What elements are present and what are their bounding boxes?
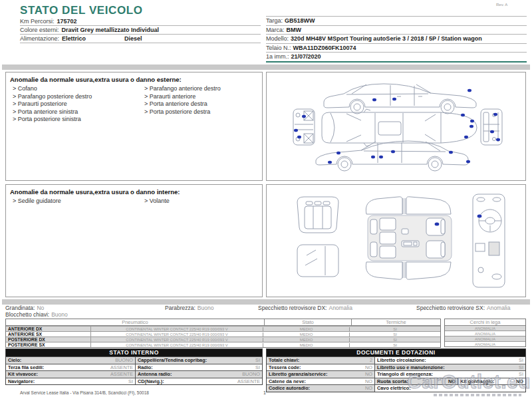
anomaly-column-1: > Cofano > Parafango posteriore destro >… — [13, 85, 140, 124]
damage-marker — [328, 161, 332, 164]
tire-row: POSTERIORE DX CONTINENTAL WINTER CONTACT… — [6, 336, 440, 342]
row-label: Ruota scorta: — [377, 378, 408, 384]
vehicle-info-left: Km Percorsi: 175702 Colore esterni: Drav… — [20, 17, 261, 43]
info-value: GB518WW — [285, 17, 315, 24]
info-value: 175702 — [57, 18, 77, 25]
row-label: Cappelliera/Tendina copribag: — [138, 357, 207, 363]
alloy-row: ANOMALIA — [445, 331, 525, 336]
condition-item-grandinata: Grandinata:No — [5, 305, 44, 311]
trunk-view — [297, 245, 338, 277]
row-label: Terza fila sedili: — [8, 364, 44, 370]
tire-state: MEDIO — [263, 327, 350, 331]
damage-marker — [467, 89, 471, 92]
tire-position: POSTERIORE SX — [6, 342, 91, 347]
tire-state: MEDIO — [263, 332, 350, 336]
row-label: CD(Navig.): — [138, 378, 164, 384]
anomaly-item: > Paraurti posteriore — [13, 100, 140, 108]
damage-marker — [490, 130, 494, 134]
row-label: Libretto garanzia/service: — [269, 371, 327, 377]
table-row: Codice autoradio:NO Cavo elettrico: — [267, 384, 525, 392]
anomaly-item: > Paraurti anteriore — [144, 93, 221, 101]
alloy-wheels-table: Cerchi in lega ANOMALIA ANOMALIA ANOMALI… — [444, 319, 526, 347]
alloy-state: ANOMALIA — [445, 337, 525, 341]
vehicle-info-right: Targa:GB518WW Marca:BMW Modello:320d MH4… — [266, 16, 527, 63]
row-value: SI — [255, 364, 260, 370]
anomaly-item: > Porta anteriore sinistra — [13, 108, 140, 116]
tire-state: MEDIO — [263, 338, 350, 342]
damage-marker — [372, 98, 376, 102]
condition-value: Buono — [198, 305, 214, 311]
table-row: Navigatore:SI CD(Navig.):ASSENTE — [6, 378, 262, 385]
row-label: Tessera code: — [269, 364, 301, 370]
row-value: SI — [128, 378, 133, 384]
col-header-stato: Stato — [265, 319, 352, 325]
section-divider-bar — [2, 65, 530, 70]
info-row-brand: Marca:BMW — [266, 26, 527, 35]
row-value: ASSENTE — [237, 378, 260, 384]
condition-item-blocchetto: Blocchetto chiavi:Buono — [5, 311, 68, 318]
info-label: Marca: — [266, 27, 285, 33]
page-number: 1 — [263, 390, 266, 395]
row-value: 2 — [370, 357, 372, 363]
info-label: 1a imm.: — [266, 53, 289, 60]
row-value: ASSENTE — [110, 371, 133, 377]
exterior-diagram-panel — [266, 72, 526, 181]
info-row-model: Modello:320d MH48V MSport Touring autoSe… — [266, 35, 527, 44]
damage-marker — [379, 156, 383, 159]
tire-row: ANTERIORE DX CONTINENTAL WINTER CONTACT … — [6, 326, 440, 331]
row-label: Catene da neve: — [269, 378, 306, 384]
col-header-cerchi: Cerchi in lega — [445, 319, 525, 326]
rear-seats-view — [297, 197, 338, 233]
damage-marker — [464, 136, 468, 139]
car-side-view-right — [324, 84, 476, 114]
info-row-plate: Targa:GB518WW — [266, 17, 527, 26]
condition-value: No — [37, 305, 44, 311]
vehicle-report-page: STATO DEL VEICOLO Rev. A Km Percorsi: 17… — [0, 0, 532, 399]
info-label: Alimentazione: — [20, 35, 59, 42]
row-label: Kit gonfiaggio: — [460, 378, 494, 384]
tire-spec: CONTINENTAL WINTER CONTACT 225/40 R19 00… — [91, 327, 263, 331]
info-row-km: Km Percorsi: 175702 — [20, 17, 261, 26]
table-title: DOCUMENTI E DOTAZIONI — [267, 349, 525, 356]
anomaly-item: > Parafango posteriore destro — [13, 93, 140, 101]
tire-winter: SI — [350, 327, 440, 331]
interior-anomalies-panel: Anomalie da normale usura,extra usura o … — [5, 184, 263, 297]
row-label: Triangolo di emergenza: — [377, 371, 433, 377]
tire-position: ANTERIORE DX — [6, 327, 91, 331]
interior-damage-diagram — [267, 185, 525, 297]
anomaly-item: > Sedile guidatore — [13, 198, 140, 205]
tire-position: ANTERIORE SX — [6, 332, 91, 336]
table-title: STATO INTERNO — [6, 349, 262, 356]
car-plan-view — [322, 109, 477, 146]
exterior-anomalies-panel: Anomalie da normale usura,extra usura o … — [5, 72, 263, 181]
info-value: WBA11DZ060FK10074 — [293, 45, 356, 51]
exterior-damage-diagram — [267, 72, 525, 180]
car-front-view — [293, 109, 315, 145]
col-header-termiche: Termiche — [352, 319, 440, 325]
info-label: Colore esterni: — [20, 27, 59, 33]
info-row-fuel: Alimentazione: Elettrico Diesel — [20, 35, 261, 43]
info-label: Telaio N.: — [266, 45, 291, 51]
tire-row: ANTERIORE SX CONTINENTAL WINTER CONTACT … — [6, 331, 440, 336]
panel-title: Anomalie da normale usura,extra usura o … — [6, 72, 262, 85]
condition-label: Specchietto retrovisore SX: — [416, 305, 485, 311]
table-row: Libretto garanzia/service:NO Triangolo d… — [267, 370, 525, 378]
damage-marker — [466, 160, 470, 164]
tire-spec: CONTINENTAL WINTER CONTACT 225/40 R19 00… — [91, 338, 263, 342]
info-row-vin: Telaio N.:WBA11DZ060FK10074 — [266, 44, 527, 53]
alloy-state: ANOMALIA — [445, 327, 525, 331]
alloy-row: ANOMALIA — [445, 341, 525, 346]
info-row-color: Colore esterni: Dravit Grey metallizzato… — [20, 26, 261, 35]
damage-marker — [392, 98, 396, 101]
footer-address: Arval Service Lease Italia - Via Pisana … — [20, 390, 149, 395]
revision-label: Rev. A — [496, 3, 507, 7]
tire-spec: CONTINENTAL WINTER CONTACT 225/40 R19 00… — [91, 343, 263, 347]
info-value: 21/07/2020 — [291, 53, 321, 60]
damage-marker — [469, 125, 473, 128]
anomaly-item: > Cofano — [13, 85, 140, 93]
damage-marker — [336, 152, 340, 155]
row-value: BUONO — [242, 371, 260, 377]
table-row: Kit vivavoce:ASSENTE Antenna radio:BUONO — [6, 370, 262, 378]
alloy-row: ANOMALIA — [445, 336, 525, 341]
condition-item-specchietto-dx: Specchietto retrovisore DX:Anomalia — [258, 305, 352, 311]
